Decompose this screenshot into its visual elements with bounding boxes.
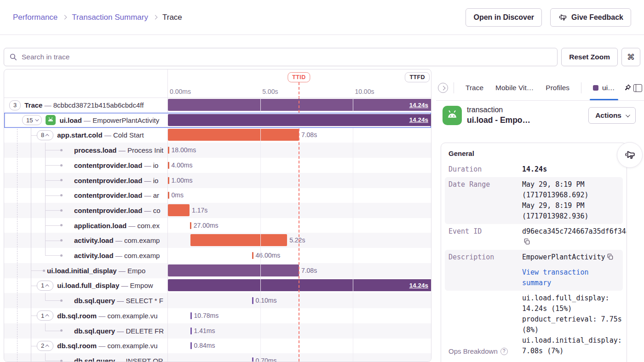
tree-branch-line: [45, 150, 60, 150]
ttfd-badge[interactable]: TTFD: [405, 72, 430, 82]
gridline: [353, 98, 353, 362]
tab-label: ui…: [602, 84, 615, 92]
tree-guide-line: [45, 323, 46, 331]
tree-branch-line: [31, 135, 37, 136]
span-description: EmpowerPlantActivity: [92, 116, 159, 124]
tree-row[interactable]: contentprovider.load — ar0ms: [4, 188, 431, 203]
copy-icon[interactable]: [607, 253, 614, 260]
topbar-actions: Open in Discover Give Feedback: [466, 8, 631, 27]
tree-row-cell: db.sql.query — DELETE FR: [4, 323, 167, 339]
span-count-pill[interactable]: 8: [37, 130, 53, 140]
tree-row[interactable]: ui.load.initial_display — Empo7.08s: [4, 263, 431, 278]
tree-row[interactable]: 1db.sql.room — com.example.vu10.78ms: [4, 308, 431, 323]
span-count-pill[interactable]: 3: [9, 100, 21, 110]
tree-row[interactable]: contentprovider.load — io4.00ms: [4, 158, 431, 173]
breadcrumb: PerformanceTransaction SummaryTrace: [13, 13, 182, 22]
general-field-event-id: Event IDd96eca345c724667a35df6f34af45340: [445, 224, 623, 250]
tab-ui[interactable]: ui…: [587, 75, 621, 100]
tree-row[interactable]: db.sql.query — DELETE FR1.41ms: [4, 323, 431, 339]
timeline-header: TTIDTTFD 0.00ms5.00s10.00s: [4, 69, 431, 98]
tree-row[interactable]: activity.load — com.examp46.00ms: [4, 248, 431, 263]
span-count-pill[interactable]: 1: [37, 281, 53, 291]
span-duration-bar: [190, 342, 192, 349]
span-op: ui.load.initial_display: [47, 267, 117, 275]
tree-row[interactable]: db.sql.query — SELECT * F0.10ms: [4, 293, 431, 308]
tree-node-dot: [60, 254, 63, 257]
tree-row[interactable]: process.load — Process Init18.00ms: [4, 143, 431, 158]
tree-row[interactable]: db.sql.query — INSERT OR0.70ms: [4, 353, 431, 362]
span-label: contentprovider.load — ar: [74, 191, 159, 199]
tree-row[interactable]: 1ui.load.full_display — Empow14.24s: [4, 278, 431, 293]
tree-row[interactable]: 8app.start.cold — Cold Start7.08s: [4, 127, 431, 143]
tab-mobilevit[interactable]: Mobile Vit…: [489, 75, 540, 100]
copy-icon[interactable]: [523, 238, 530, 245]
detail-tabs-row: TraceMobile Vit…Profilesui…: [436, 69, 644, 101]
axis-tick-label: 10.00s: [355, 88, 374, 95]
general-card: General Duration14.24sDate RangeMay 29, …: [441, 143, 627, 362]
tree-row-cell: contentprovider.load — io: [4, 158, 167, 173]
span-count: 8: [41, 132, 44, 138]
tab-trace[interactable]: Trace: [460, 75, 489, 100]
tree-row[interactable]: contentprovider.load — co1.17s: [4, 203, 431, 218]
collapse-panel-icon[interactable]: [438, 83, 448, 93]
field-value-line: May 29, 8:19 PM: [522, 179, 615, 190]
shortcut-command-button[interactable]: ⌘: [621, 48, 640, 66]
tab-profiles[interactable]: Profiles: [540, 75, 575, 100]
span-duration-label: 18.00ms: [172, 143, 196, 158]
breadcrumb-separator-icon: [63, 16, 66, 19]
field-value: d96eca345c724667a35df6f34af45340: [522, 226, 627, 247]
tree-row[interactable]: application.load — com.ex27.00ms: [4, 218, 431, 233]
give-feedback-label: Give Feedback: [571, 13, 623, 22]
feedback-fab[interactable]: [617, 142, 643, 168]
layout-switcher: [633, 84, 644, 92]
span-count-pill[interactable]: 15: [22, 115, 42, 125]
field-label: Description: [448, 252, 522, 288]
pin-tab-icon[interactable]: [621, 82, 633, 94]
tree-row[interactable]: 15ui.load — EmpowerPlantActivity14.24s: [4, 113, 431, 128]
span-label: contentprovider.load — co: [74, 207, 161, 214]
megaphone-icon: [624, 149, 636, 161]
span-op: contentprovider.load: [74, 207, 142, 214]
tree-row[interactable]: 2db.sql.room — com.example.vu0.84ms: [4, 338, 431, 353]
span-duration-bar: [252, 252, 253, 259]
reset-zoom-button[interactable]: Reset Zoom: [561, 48, 618, 66]
breadcrumb-item-performance[interactable]: Performance: [13, 13, 58, 22]
span-description: co: [153, 207, 161, 214]
tree-row[interactable]: contentprovider.load — io1.00ms: [4, 173, 431, 188]
give-feedback-button[interactable]: Give Feedback: [550, 8, 631, 27]
field-value: ui.load.full_display: 14.24s (15%)produc…: [522, 293, 622, 356]
view-transaction-summary-link[interactable]: View transaction summary: [522, 267, 615, 288]
actions-button[interactable]: Actions: [588, 107, 636, 124]
top-bar: PerformanceTransaction SummaryTrace Open…: [0, 0, 644, 35]
tree-row[interactable]: 3Trace — 8cbbcd38721b415ab6cbdc4ff14.24s: [4, 98, 431, 113]
span-description: Empow: [130, 282, 153, 289]
span-description: com.ex: [138, 222, 160, 230]
open-in-discover-button[interactable]: Open in Discover: [466, 8, 542, 27]
span-count-pill[interactable]: 1: [37, 310, 53, 321]
android-icon: [46, 115, 56, 125]
span-duration-bar: [190, 312, 192, 319]
ttid-badge[interactable]: TTID: [288, 72, 310, 82]
span-label: application.load — com.ex: [74, 222, 160, 230]
span-op: app.start.cold: [57, 131, 102, 139]
transaction-kind-label: transaction: [467, 106, 530, 114]
span-description: Cold Start: [113, 131, 144, 139]
span-label: contentprovider.load — io: [74, 177, 158, 184]
tree-guide-line: [31, 127, 31, 362]
span-description: com.examp: [124, 236, 160, 244]
tree-row[interactable]: activity.load — com.examp5.22s: [4, 233, 431, 248]
search-input[interactable]: [4, 48, 558, 66]
tree-guide-line: [45, 143, 46, 255]
span-duration-label: 1.17s: [192, 203, 207, 218]
breadcrumb-item-transaction-summary[interactable]: Transaction Summary: [72, 13, 148, 22]
transaction-title: ui.load - Empo…: [467, 115, 530, 125]
span-count-pill[interactable]: 2: [37, 341, 53, 351]
span-duration-label: 10.78ms: [194, 308, 219, 323]
megaphone-icon: [558, 13, 567, 22]
field-value-line: (1717013982.936): [522, 211, 615, 222]
help-icon[interactable]: ?: [500, 348, 508, 355]
field-value: EmpowerPlantActivityView transaction sum…: [522, 252, 615, 288]
span-duration-bar: [168, 264, 299, 276]
span-op: activity.load: [74, 252, 114, 259]
layout-left-icon[interactable]: [633, 84, 642, 92]
